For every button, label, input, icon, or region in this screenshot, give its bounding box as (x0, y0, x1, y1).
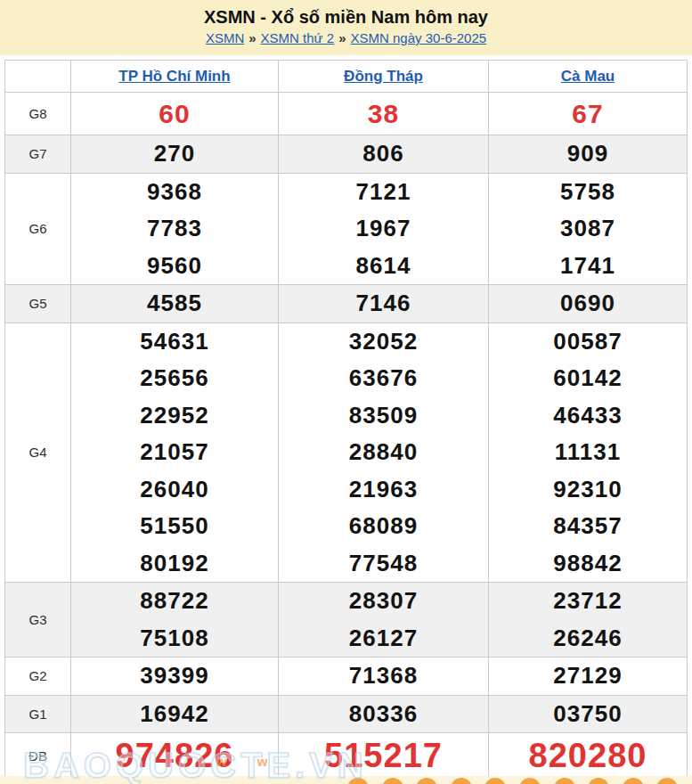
top-banner: XSMN - Xổ số miền Nam hôm nay XSMN»XSMN … (0, 0, 692, 55)
result-number: 3087 (489, 210, 687, 248)
result-cell: 2830726127 (279, 583, 489, 657)
result-number: 38 (279, 93, 488, 135)
result-number: 1967 (279, 210, 488, 248)
result-number: 98842 (489, 545, 687, 583)
result-number: 54631 (71, 323, 278, 361)
result-cell: 39399 (71, 657, 279, 696)
breadcrumb-separator: » (338, 30, 346, 45)
lotto-ball (519, 778, 541, 784)
result-number: 270 (71, 135, 278, 173)
result-number: 11131 (489, 434, 687, 471)
result-number: 7121 (279, 174, 488, 211)
result-number: 9368 (71, 174, 278, 211)
province-link-2[interactable]: Đồng Tháp (344, 68, 423, 85)
result-number: 00587 (489, 323, 687, 361)
corner-cell (5, 61, 71, 93)
result-number: 84357 (489, 508, 687, 545)
result-number: 25656 (71, 360, 278, 397)
result-number: 80336 (279, 696, 488, 733)
result-number: 27129 (489, 657, 687, 695)
lotto-ball (588, 778, 609, 784)
result-cell: 60 (71, 93, 279, 135)
result-number: 63676 (279, 360, 488, 397)
breadcrumb: XSMN»XSMN thứ 2»XSMN ngày 30-6-2025 (0, 28, 692, 48)
result-number: 21963 (279, 471, 488, 509)
result-number: 03750 (489, 696, 687, 733)
result-number: 28840 (279, 434, 488, 471)
result-cell: 27129 (489, 657, 688, 696)
column-header: Cà Mau (489, 61, 688, 93)
result-number: 77548 (279, 545, 488, 583)
prize-row-g7: G7270806909 (5, 135, 688, 174)
column-header: TP Hồ Chí Minh (71, 61, 279, 93)
result-number: 7783 (71, 210, 278, 248)
province-link-1[interactable]: TP Hồ Chí Minh (118, 68, 230, 85)
lotto-ball (623, 778, 644, 784)
result-number: 909 (489, 135, 687, 173)
result-number: 21057 (71, 434, 278, 471)
result-number: 28307 (279, 583, 488, 620)
result-cell: 54631256562295221057260405155080192 (71, 323, 279, 583)
result-cell: 974826 (71, 733, 279, 780)
result-number: 88722 (71, 583, 278, 620)
result-number: 1741 (489, 248, 687, 285)
result-cell: 03750 (489, 695, 688, 733)
result-number: 60 (71, 93, 278, 135)
result-cell: 32052636768350928840219636808977548 (279, 323, 489, 583)
result-number: 26246 (489, 620, 687, 657)
prize-label: ĐB (5, 733, 71, 780)
bottom-strip (0, 776, 692, 784)
result-number: 67 (489, 93, 687, 135)
breadcrumb-link-xsmn-thu-2[interactable]: XSMN thứ 2 (261, 30, 335, 45)
prize-label: G6 (5, 173, 71, 285)
prize-row-g6: G6936877839560712119678614575830871741 (5, 173, 688, 285)
result-cell: 7146 (279, 285, 489, 323)
lotto-ball (656, 778, 678, 784)
result-number: 9560 (71, 248, 278, 285)
result-cell: 2371226246 (489, 583, 688, 657)
result-cell: 270 (71, 135, 279, 174)
prize-label: G2 (5, 657, 71, 696)
page-title: XSMN - Xổ số miền Nam hôm nay (0, 6, 692, 28)
result-cell: 575830871741 (489, 173, 688, 285)
lotto-ball (484, 778, 506, 784)
result-number: 8614 (279, 248, 488, 285)
result-number: 4585 (71, 285, 278, 323)
result-number: 26040 (71, 471, 278, 509)
result-number: 51550 (71, 508, 278, 545)
result-number: 39399 (71, 657, 278, 695)
results-table: TP Hồ Chí MinhĐồng ThápCà MauG8603867G72… (4, 60, 688, 780)
prize-row-g5: G5458571460690 (5, 285, 688, 323)
result-number: 7146 (279, 285, 488, 323)
result-cell: 936877839560 (71, 173, 279, 285)
result-number: 16942 (71, 696, 278, 733)
lotto-ball (554, 778, 575, 784)
result-number: 32052 (279, 323, 488, 361)
prize-row-g8: G8603867 (5, 93, 688, 135)
result-cell: 38 (279, 93, 489, 135)
prize-label: G7 (5, 135, 71, 174)
result-number: 75108 (71, 620, 278, 657)
breadcrumb-link-xsmn-date[interactable]: XSMN ngày 30-6-2025 (351, 30, 487, 45)
result-cell: 00587601424643311131923108435798842 (489, 323, 688, 583)
result-cell: 80336 (279, 695, 489, 733)
prize-label: G4 (5, 323, 71, 583)
prize-row-db: ĐB974826515217820280 (5, 733, 688, 780)
result-number: 68089 (279, 508, 488, 545)
result-cell: 0690 (489, 285, 688, 323)
result-number: 5758 (489, 174, 687, 211)
result-number: 0690 (489, 285, 687, 323)
result-number: 60142 (489, 360, 687, 397)
province-link-3[interactable]: Cà Mau (561, 68, 615, 85)
result-number: 46433 (489, 397, 687, 435)
lotto-ball (451, 778, 472, 784)
result-number: 92310 (489, 471, 687, 509)
result-number: 515217 (279, 733, 488, 779)
breadcrumb-link-xsmn[interactable]: XSMN (206, 30, 244, 45)
lotto-ball (347, 778, 369, 784)
result-number: 26127 (279, 620, 488, 657)
result-number: 806 (279, 135, 488, 173)
prize-row-g4: G454631256562295221057260405155080192320… (5, 323, 688, 583)
result-cell: 909 (489, 135, 688, 174)
table-header-row: TP Hồ Chí MinhĐồng ThápCà Mau (5, 61, 688, 93)
